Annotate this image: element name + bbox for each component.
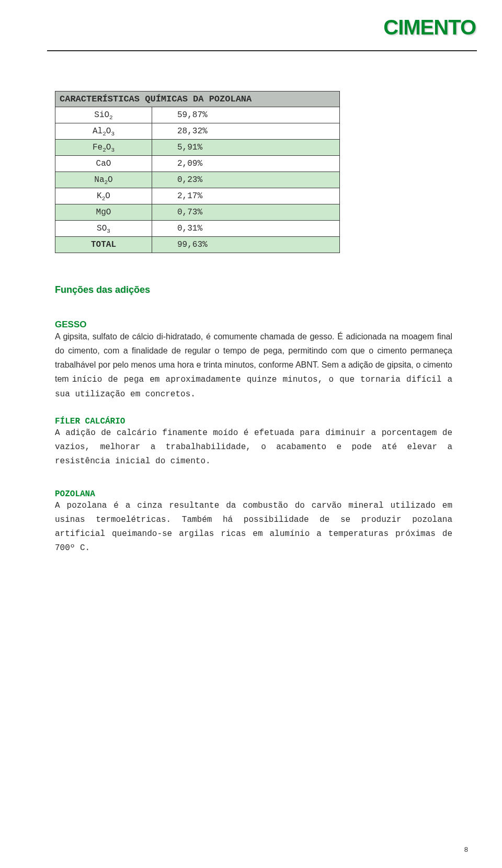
table-row-label: SO3 xyxy=(55,221,152,237)
table-row-value: 2,17% xyxy=(152,188,340,204)
subheading-pozolana: POZOLANA xyxy=(55,489,452,499)
table-total-row: TOTAL 99,63% xyxy=(55,237,340,253)
table-row-value: 0,23% xyxy=(152,172,340,188)
table-total-label: TOTAL xyxy=(55,237,152,253)
table-row: CaO2,09% xyxy=(55,156,340,172)
header-rule xyxy=(47,50,477,51)
section-heading-funcoes: Funções das adições xyxy=(55,284,452,295)
table-row: SiO259,87% xyxy=(55,107,340,123)
table-row-value: 2,09% xyxy=(152,156,340,172)
filer-paragraph: A adição de calcário finamente moído é e… xyxy=(55,426,452,469)
table-row-label: Fe2O3 xyxy=(55,140,152,156)
pozolana-paragraph: A pozolana é a cinza resultante da combu… xyxy=(55,499,452,555)
page-number: 8 xyxy=(464,846,468,853)
subheading-gesso: GESSO xyxy=(55,319,452,330)
table-row: SO30,31% xyxy=(55,221,340,237)
table-title-row: CARACTERÍSTICAS QUÍMICAS DA POZOLANA xyxy=(55,92,340,107)
table-row-value: 28,32% xyxy=(152,123,340,140)
table-row: Na2O0,23% xyxy=(55,172,340,188)
table-row-label: Na2O xyxy=(55,172,152,188)
table-total-value: 99,63% xyxy=(152,237,340,253)
table-row-value: 5,91% xyxy=(152,140,340,156)
table-title: CARACTERÍSTICAS QUÍMICAS DA POZOLANA xyxy=(55,92,340,107)
gesso-text-mono: início de pega em aproximadamente quinze… xyxy=(55,375,452,399)
subheading-filer: FÍLER CALCÁRIO xyxy=(55,417,452,426)
table-row: K2O2,17% xyxy=(55,188,340,204)
table-row-label: K2O xyxy=(55,188,152,204)
table-row-label: MgO xyxy=(55,204,152,221)
table-row: Fe2O35,91% xyxy=(55,140,340,156)
table-row-label: Al2O3 xyxy=(55,123,152,140)
brand-logo: CIMENTO xyxy=(383,16,476,39)
table-row-label: SiO2 xyxy=(55,107,152,123)
pozolana-table: CARACTERÍSTICAS QUÍMICAS DA POZOLANA SiO… xyxy=(55,91,340,253)
page-container: CIMENTO CARACTERÍSTICAS QUÍMICAS DA POZO… xyxy=(0,0,502,868)
table-row-label: CaO xyxy=(55,156,152,172)
table-row-value: 59,87% xyxy=(152,107,340,123)
table-row: MgO0,73% xyxy=(55,204,340,221)
table-row-value: 0,31% xyxy=(152,221,340,237)
gesso-paragraph: A gipsita, sulfato de cálcio di-hidratad… xyxy=(55,330,452,401)
table-row-value: 0,73% xyxy=(152,204,340,221)
content-area: CARACTERÍSTICAS QUÍMICAS DA POZOLANA SiO… xyxy=(55,91,452,555)
table-row: Al2O328,32% xyxy=(55,123,340,140)
